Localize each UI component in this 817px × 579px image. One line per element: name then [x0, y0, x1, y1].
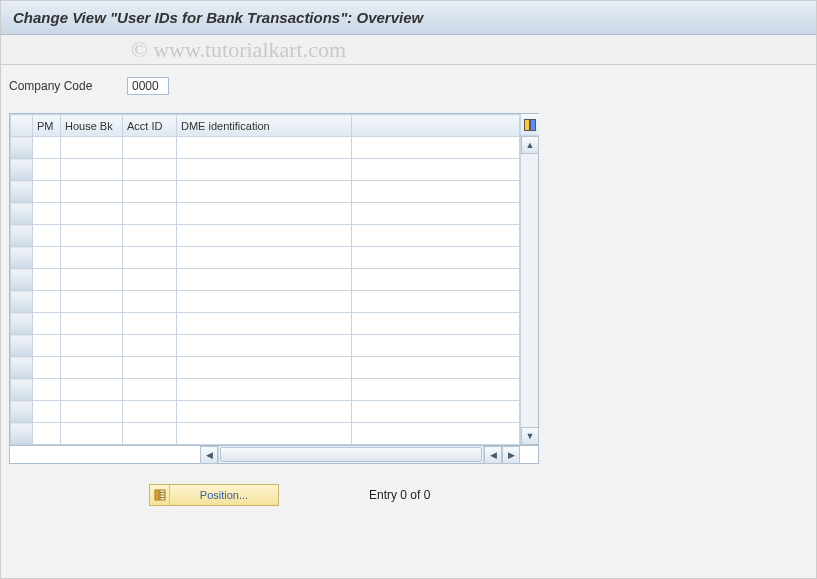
- company-code-input[interactable]: [127, 77, 169, 95]
- row-selector[interactable]: [11, 137, 33, 159]
- row-selector[interactable]: [11, 357, 33, 379]
- position-button[interactable]: Position...: [149, 484, 279, 506]
- row-selector[interactable]: [11, 269, 33, 291]
- cell-pm[interactable]: [33, 401, 61, 423]
- table-row[interactable]: [11, 423, 520, 445]
- table-row[interactable]: [11, 357, 520, 379]
- cell-pm[interactable]: [33, 269, 61, 291]
- cell-house-bk[interactable]: [61, 247, 123, 269]
- cell-pm[interactable]: [33, 423, 61, 445]
- cell-dme[interactable]: [177, 423, 352, 445]
- table-row[interactable]: [11, 335, 520, 357]
- table-row[interactable]: [11, 159, 520, 181]
- cell-dme[interactable]: [177, 247, 352, 269]
- cell-dme[interactable]: [177, 335, 352, 357]
- cell-blank[interactable]: [352, 247, 520, 269]
- cell-pm[interactable]: [33, 203, 61, 225]
- cell-pm[interactable]: [33, 335, 61, 357]
- cell-house-bk[interactable]: [61, 225, 123, 247]
- cell-pm[interactable]: [33, 137, 61, 159]
- scroll-down-button[interactable]: ▼: [521, 427, 539, 445]
- table-row[interactable]: [11, 225, 520, 247]
- cell-pm[interactable]: [33, 159, 61, 181]
- cell-pm[interactable]: [33, 357, 61, 379]
- cell-dme[interactable]: [177, 291, 352, 313]
- cell-dme[interactable]: [177, 401, 352, 423]
- cell-dme[interactable]: [177, 203, 352, 225]
- cell-acct-id[interactable]: [123, 291, 177, 313]
- cell-acct-id[interactable]: [123, 159, 177, 181]
- table-row[interactable]: [11, 379, 520, 401]
- cell-blank[interactable]: [352, 423, 520, 445]
- scroll-track-v[interactable]: [521, 154, 538, 427]
- table-row[interactable]: [11, 203, 520, 225]
- cell-house-bk[interactable]: [61, 203, 123, 225]
- row-selector[interactable]: [11, 203, 33, 225]
- cell-acct-id[interactable]: [123, 423, 177, 445]
- scroll-left-button[interactable]: ◀: [200, 446, 218, 464]
- table-row[interactable]: [11, 269, 520, 291]
- cell-dme[interactable]: [177, 225, 352, 247]
- cell-acct-id[interactable]: [123, 379, 177, 401]
- cell-house-bk[interactable]: [61, 423, 123, 445]
- cell-house-bk[interactable]: [61, 159, 123, 181]
- cell-house-bk[interactable]: [61, 291, 123, 313]
- cell-blank[interactable]: [352, 181, 520, 203]
- cell-acct-id[interactable]: [123, 181, 177, 203]
- cell-acct-id[interactable]: [123, 247, 177, 269]
- table-row[interactable]: [11, 291, 520, 313]
- row-selector[interactable]: [11, 181, 33, 203]
- cell-blank[interactable]: [352, 225, 520, 247]
- cell-pm[interactable]: [33, 379, 61, 401]
- col-acct-id[interactable]: Acct ID: [123, 115, 177, 137]
- cell-blank[interactable]: [352, 379, 520, 401]
- cell-house-bk[interactable]: [61, 313, 123, 335]
- row-selector[interactable]: [11, 335, 33, 357]
- scroll-left-button-2[interactable]: ◀: [484, 446, 502, 464]
- col-pm[interactable]: PM: [33, 115, 61, 137]
- col-dme[interactable]: DME identification: [177, 115, 352, 137]
- cell-house-bk[interactable]: [61, 401, 123, 423]
- configure-columns-button[interactable]: [521, 114, 539, 136]
- cell-blank[interactable]: [352, 291, 520, 313]
- cell-house-bk[interactable]: [61, 379, 123, 401]
- cell-acct-id[interactable]: [123, 137, 177, 159]
- cell-pm[interactable]: [33, 225, 61, 247]
- cell-pm[interactable]: [33, 247, 61, 269]
- row-selector[interactable]: [11, 291, 33, 313]
- horizontal-scrollbar[interactable]: ◀ ◀ ▶: [9, 446, 539, 464]
- cell-blank[interactable]: [352, 203, 520, 225]
- col-select-all[interactable]: [11, 115, 33, 137]
- data-grid[interactable]: PM House Bk Acct ID DME identification: [10, 114, 520, 445]
- row-selector[interactable]: [11, 159, 33, 181]
- scroll-up-button[interactable]: ▲: [521, 136, 539, 154]
- cell-blank[interactable]: [352, 269, 520, 291]
- row-selector[interactable]: [11, 423, 33, 445]
- scroll-track-h[interactable]: [218, 446, 484, 463]
- cell-dme[interactable]: [177, 137, 352, 159]
- cell-pm[interactable]: [33, 313, 61, 335]
- scroll-right-button[interactable]: ▶: [502, 446, 520, 464]
- cell-house-bk[interactable]: [61, 335, 123, 357]
- cell-acct-id[interactable]: [123, 225, 177, 247]
- col-house-bk[interactable]: House Bk: [61, 115, 123, 137]
- cell-pm[interactable]: [33, 291, 61, 313]
- cell-dme[interactable]: [177, 379, 352, 401]
- vertical-scrollbar[interactable]: ▲ ▼: [520, 114, 538, 445]
- cell-dme[interactable]: [177, 269, 352, 291]
- cell-house-bk[interactable]: [61, 269, 123, 291]
- cell-pm[interactable]: [33, 181, 61, 203]
- cell-acct-id[interactable]: [123, 357, 177, 379]
- table-row[interactable]: [11, 181, 520, 203]
- cell-acct-id[interactable]: [123, 269, 177, 291]
- row-selector[interactable]: [11, 225, 33, 247]
- cell-blank[interactable]: [352, 137, 520, 159]
- cell-dme[interactable]: [177, 159, 352, 181]
- cell-house-bk[interactable]: [61, 357, 123, 379]
- cell-blank[interactable]: [352, 159, 520, 181]
- cell-blank[interactable]: [352, 313, 520, 335]
- table-row[interactable]: [11, 313, 520, 335]
- cell-dme[interactable]: [177, 357, 352, 379]
- cell-blank[interactable]: [352, 401, 520, 423]
- row-selector[interactable]: [11, 379, 33, 401]
